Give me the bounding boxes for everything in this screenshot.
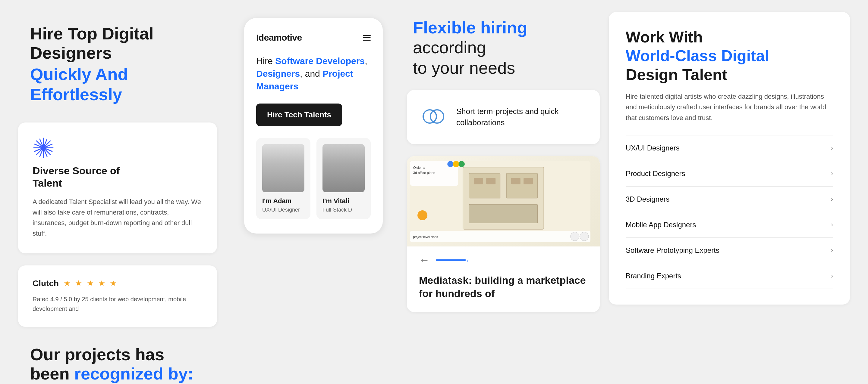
- clutch-description: Rated 4.9 / 5.0 by 25 clients for web de…: [33, 294, 203, 314]
- short-term-text: Short term-projects and quick collaborat…: [456, 106, 585, 128]
- world-class-description: Hire talented digital artists who create…: [626, 91, 833, 123]
- hero-title-line1: Hire Top Digital Designers: [30, 24, 211, 63]
- clutch-name: Clutch: [33, 279, 59, 288]
- chevron-icon-product: ›: [831, 170, 833, 178]
- svg-rect-17: [511, 178, 521, 184]
- column-3: Flexible hiring according to your needs …: [398, 12, 609, 383]
- profile-name-adam: I'm Adam: [262, 197, 304, 205]
- phone-profiles: I'm Adam UX/UI Designer I'm Vitali Full-…: [256, 138, 371, 219]
- svg-rect-18: [524, 178, 533, 184]
- chevron-icon-branding: ›: [831, 272, 833, 280]
- svg-rect-15: [474, 178, 483, 184]
- clutch-header: Clutch ★ ★ ★ ★ ★: [33, 279, 203, 288]
- talent-card: Diverse Source of Talent A dedicated Tal…: [18, 123, 217, 253]
- profile-avatar-vitali: [322, 144, 365, 192]
- clutch-card: Clutch ★ ★ ★ ★ ★ Rated 4.9 / 5.0 by 25 c…: [18, 266, 217, 327]
- svg-point-29: [570, 232, 579, 241]
- profile-card-adam: I'm Adam UX/UI Designer: [256, 138, 310, 219]
- world-class-card: Work With World-Class Digital Design Tal…: [609, 12, 850, 305]
- column-1: Hire Top Digital Designers Quickly And E…: [18, 12, 229, 383]
- menu-item-label-3d: 3D Designers: [626, 195, 670, 203]
- menu-item-label-mobile: Mobile App Designers: [626, 220, 696, 229]
- hero-text: Hire Top Digital Designers Quickly And E…: [18, 12, 217, 110]
- case-study-image: Order a 3d office plans project level pl…: [407, 156, 600, 246]
- menu-item-product[interactable]: Product Designers ›: [626, 161, 833, 186]
- svg-text:project level plans: project level plans: [413, 235, 438, 239]
- flexible-title-dark: according to your needs: [413, 37, 600, 78]
- menu-item-label-ux-ui: UX/UI Designers: [626, 144, 680, 152]
- profile-avatar-adam: [262, 144, 304, 192]
- phone-headline: Hire Software Developers, Designers, and…: [256, 55, 371, 93]
- chevron-icon-prototyping: ›: [831, 246, 833, 254]
- profile-card-vitali: I'm Vitali Full-Stack D: [316, 138, 371, 219]
- profile-name-vitali: I'm Vitali: [322, 197, 365, 205]
- menu-item-label-prototyping: Software Prototyping Experts: [626, 246, 719, 254]
- chevron-icon-ux-ui: ›: [831, 144, 833, 152]
- chevron-icon-mobile: ›: [831, 221, 833, 229]
- profile-role-vitali: Full-Stack D: [322, 207, 365, 213]
- phone-header: Ideamotive: [256, 33, 371, 43]
- chevron-icon-3d: ›: [831, 195, 833, 203]
- svg-point-22: [447, 161, 454, 167]
- talent-description: A dedicated Talent Specialist will lead …: [33, 197, 203, 239]
- svg-rect-14: [469, 204, 537, 223]
- world-class-title: Work With World-Class Digital Design Tal…: [626, 28, 833, 84]
- prev-arrow[interactable]: ←: [419, 254, 430, 266]
- talent-title: Diverse Source of Talent: [33, 165, 203, 189]
- hero-title-blue: Quickly And Effortlessly: [30, 64, 211, 104]
- menu-item-label-branding: Branding Experts: [626, 272, 681, 280]
- column-2: Ideamotive Hire Software Developers, Des…: [229, 12, 398, 383]
- svg-point-28: [580, 232, 589, 241]
- svg-point-23: [453, 161, 459, 167]
- world-class-title-blue: World-Class Digital: [626, 47, 769, 64]
- menu-item-3d[interactable]: 3D Designers ›: [626, 186, 833, 212]
- case-study-content: Mediatask: building a marketplace for hu…: [407, 274, 600, 312]
- circles-icon: [421, 104, 445, 130]
- svg-text:Order a: Order a: [413, 166, 425, 169]
- hamburger-menu-icon[interactable]: [363, 35, 371, 41]
- case-study-navigation: ← →: [407, 246, 600, 274]
- clutch-stars: ★ ★ ★ ★ ★: [64, 279, 118, 288]
- designer-categories-menu: UX/UI Designers › Product Designers › 3D…: [626, 135, 833, 289]
- menu-item-branding[interactable]: Branding Experts ›: [626, 263, 833, 289]
- menu-item-prototyping[interactable]: Software Prototyping Experts ›: [626, 238, 833, 263]
- short-term-card: Short term-projects and quick collaborat…: [407, 90, 600, 144]
- page-layout: Hire Top Digital Designers Quickly And E…: [0, 0, 868, 384]
- ideamotive-logo: Ideamotive: [256, 33, 302, 43]
- projects-title-blue: recognized by:: [74, 364, 193, 383]
- flexible-title-blue: Flexible hiring: [413, 18, 600, 37]
- case-study-card: Order a 3d office plans project level pl…: [407, 156, 600, 312]
- profile-role-adam: UX/UI Designer: [262, 207, 304, 213]
- projects-text: Our projects has been recognized by:: [18, 339, 217, 384]
- projects-title: Our projects has been recognized by:: [30, 345, 211, 384]
- floor-plan-visualization: Order a 3d office plans project level pl…: [407, 156, 600, 246]
- column-4: Work With World-Class Digital Design Tal…: [609, 12, 850, 383]
- designers-link[interactable]: Designers: [256, 69, 300, 78]
- case-study-title: Mediatask: building a marketplace for hu…: [419, 274, 588, 300]
- flexible-text: Flexible hiring according to your needs: [407, 12, 600, 78]
- svg-rect-12: [469, 173, 500, 198]
- menu-item-label-product: Product Designers: [626, 169, 685, 178]
- software-developers-link[interactable]: Software Developers: [275, 56, 365, 66]
- starburst-icon: [33, 137, 54, 159]
- svg-rect-13: [506, 173, 537, 198]
- svg-point-24: [458, 161, 465, 167]
- svg-point-25: [417, 210, 427, 220]
- menu-item-mobile[interactable]: Mobile App Designers ›: [626, 212, 833, 238]
- svg-text:3d office plans: 3d office plans: [413, 171, 435, 175]
- menu-item-ux-ui[interactable]: UX/UI Designers ›: [626, 135, 833, 161]
- hire-tech-talents-button[interactable]: Hire Tech Talents: [256, 104, 342, 126]
- svg-rect-16: [486, 178, 495, 184]
- phone-mockup: Ideamotive Hire Software Developers, Des…: [244, 18, 383, 234]
